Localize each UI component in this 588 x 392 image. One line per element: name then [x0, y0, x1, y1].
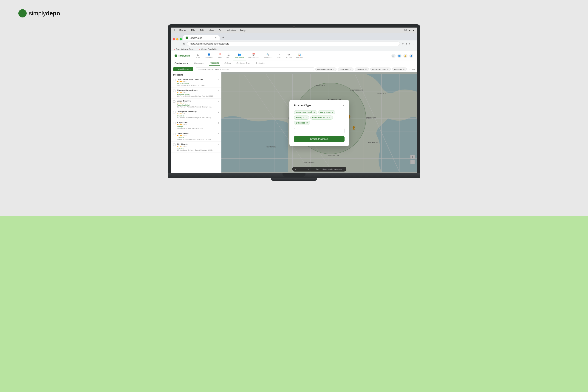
prospect-checkbox-2[interactable] — [173, 90, 176, 92]
subnav-customers[interactable]: Customers — [193, 61, 205, 66]
forward-button[interactable]: → — [178, 42, 181, 46]
subnav-gallery[interactable]: Gallery — [224, 61, 232, 66]
search-input[interactable] — [196, 67, 314, 71]
remove-drugstore-tag[interactable]: ✕ — [403, 68, 405, 70]
back-button[interactable]: ← — [174, 42, 176, 46]
refresh-button[interactable]: ↻ — [183, 42, 185, 46]
prospect-checkbox-4[interactable] — [173, 111, 176, 114]
remove-modal-drugstore[interactable]: ✕ — [306, 122, 308, 124]
remove-boutique-tag[interactable]: ✕ — [365, 68, 367, 70]
avatar-icon[interactable]: 👤 — [409, 54, 414, 58]
prospect-info-6: Duane Reade ★★★★☆ 3.8 Drugstore 95 Wall … — [177, 132, 216, 140]
map-area[interactable]: HUNTERS POINT SUNNYSIDE THE HEIGHTS HOBO… — [222, 72, 417, 174]
prospect-checkbox-6[interactable] — [173, 133, 176, 135]
nav-home[interactable]: ⊞ HOME — [194, 51, 202, 60]
edit-menu[interactable]: Edit — [200, 29, 204, 32]
nav-maps[interactable]: 📍 MAPS — [216, 51, 224, 60]
cart-icon[interactable]: 🛒 — [392, 54, 396, 58]
file-menu[interactable]: File — [191, 29, 195, 32]
subnav-prospects[interactable]: Prospects — [209, 60, 220, 66]
nav-customers2[interactable]: 👤 CUSTOMERS — [202, 51, 216, 60]
new-tab-button[interactable]: + — [220, 34, 226, 40]
bookmark-1[interactable]: M Fwd: Witamy Simp... — [174, 48, 195, 50]
prospect-checkbox-7[interactable] — [173, 144, 176, 146]
active-tab[interactable]: SimplyDepo ✕ — [183, 35, 220, 40]
remove-automotive-tag[interactable]: ✕ — [333, 68, 334, 70]
appointments-icon: 📅 — [252, 53, 256, 56]
remove-modal-electronics[interactable]: ✕ — [329, 116, 331, 119]
search-prospects-button[interactable]: Search Prospects — [294, 136, 344, 142]
remove-modal-boutique[interactable]: ✕ — [305, 116, 307, 119]
prospect-number-2: 2 — [218, 90, 219, 92]
search-icon-macos[interactable]: ● — [409, 29, 411, 32]
left-panel: Prospects L297 - World Trade Center, Ny … — [171, 72, 222, 174]
finder-menu[interactable]: Finder — [180, 29, 186, 32]
gmail-icon: M — [174, 48, 176, 50]
prospect-type-7: Drugstore — [177, 148, 216, 149]
laptop-notch — [282, 174, 306, 176]
subnav-customer-tags[interactable]: Customer Tags — [236, 61, 251, 66]
nav-tasks[interactable]: ✓ TASKS — [275, 51, 284, 60]
nav-right: 🛒 👥 🔔 👤 — [392, 54, 414, 58]
filter-tag-electronics[interactable]: Electronics Store ✕ — [370, 68, 391, 71]
nav-appointments[interactable]: 📅 APPOINTMENTS — [246, 51, 262, 60]
filter-tag-boutique[interactable]: Boutique ✕ — [355, 68, 369, 71]
modal-type-input[interactable] — [294, 128, 344, 133]
filter-tag-drugstore[interactable]: Drugstore ✕ — [392, 68, 407, 71]
bell-icon[interactable]: 🔔 — [403, 54, 408, 58]
remove-electronics-tag[interactable]: ✕ — [387, 68, 389, 70]
routes-icon: 🗺 — [288, 54, 290, 56]
tab-label: SimplyDepo — [190, 37, 202, 39]
close-button[interactable] — [173, 38, 175, 40]
go-menu[interactable]: Go — [219, 29, 222, 32]
remove-modal-baby[interactable]: ✕ — [332, 111, 333, 114]
prospect-info-3: Vespa Brooklyn ★★★★★ 4.4 Automotive Reta… — [177, 100, 216, 108]
page-background: simplydepo  Finder File Edit View Go Wi… — [0, 0, 588, 392]
bookmark-icon[interactable]: ★ — [402, 42, 404, 45]
filter-tag-automotive[interactable]: Automotive Retail ✕ — [315, 68, 336, 71]
app-logo-text: simplydepo — [178, 55, 190, 57]
extensions-icon[interactable]: ■ — [406, 42, 407, 45]
macos-menu-bar:  Finder File Edit View Go Window Help ⌘… — [171, 28, 417, 33]
window-menu[interactable]: Window — [227, 29, 236, 32]
remove-baby-tag[interactable]: ✕ — [350, 68, 352, 70]
brand-header: simplydepo — [18, 9, 570, 18]
help-menu[interactable]: Help — [240, 29, 246, 32]
maximize-button[interactable] — [180, 38, 182, 40]
prospect-stars-2: ★★★★☆ 4.2 — [177, 92, 216, 93]
nav-prospects[interactable]: 🔍 PROSPECTS — [262, 51, 275, 60]
menu-icon[interactable]: ⋮ — [412, 42, 414, 45]
tasks-icon: ✓ — [278, 53, 280, 56]
prospect-name-6: Duane Reade — [177, 132, 216, 134]
view-menu[interactable]: View — [209, 29, 214, 32]
nav-lists[interactable]: ☰ LISTS — [224, 51, 233, 60]
nav-reports[interactable]: 📊 REPORTS — [294, 51, 305, 60]
remove-modal-automotive[interactable]: ✕ — [313, 111, 315, 114]
modal-overlay: Prospect Type × Automotive Retail ✕ — [222, 72, 417, 174]
prospect-number-6: 6 — [218, 133, 219, 135]
modal-close-button[interactable]: × — [343, 104, 344, 107]
maps-icon: 📍 — [218, 53, 222, 56]
tab-close-icon[interactable]: ✕ — [215, 37, 217, 39]
subnav-territories[interactable]: Territories — [255, 61, 266, 66]
traffic-lights — [173, 38, 182, 40]
url-input[interactable] — [187, 42, 400, 46]
prospect-number-1: 1 — [218, 79, 219, 81]
laptop-frame:  Finder File Edit View Go Window Help ⌘… — [168, 24, 420, 181]
nav-customers-active[interactable]: 👥 CUSTOMERS — [233, 51, 246, 60]
prospect-checkbox-5[interactable] — [173, 122, 176, 124]
prospects-icon: 🔍 — [266, 53, 270, 56]
minimize-button[interactable] — [176, 38, 178, 40]
main-content: Prospects L297 - World Trade Center, Ny … — [171, 72, 417, 174]
nav-routes[interactable]: 🗺 ROUTES — [284, 51, 294, 60]
prospect-checkbox-1[interactable] — [173, 79, 176, 81]
users-icon[interactable]: 👥 — [397, 54, 402, 58]
bookmark-2[interactable]: M Victory Foods Ser... — [199, 48, 219, 50]
prospect-checkbox-3[interactable] — [173, 100, 176, 103]
laptop-base — [168, 174, 420, 178]
filter-button[interactable]: ▼ Filter — [408, 68, 415, 70]
filter-tag-baby[interactable]: Baby Store ✕ — [338, 68, 354, 71]
new-search-button[interactable]: + New Search ▾ — [173, 67, 193, 71]
prospect-address-7: 129 Montague St (Henry Street), Brooklyn… — [177, 149, 216, 151]
account-icon[interactable]: ● — [409, 42, 410, 45]
